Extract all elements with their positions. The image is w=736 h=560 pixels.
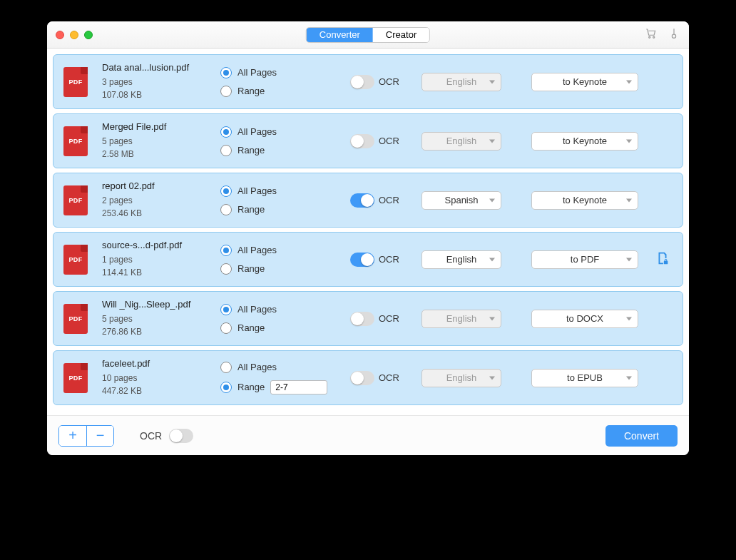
language-select[interactable]: Spanish: [421, 191, 501, 210]
output-format-select[interactable]: to Keynote: [531, 191, 638, 210]
file-pages: 5 pages: [102, 312, 206, 325]
convert-button[interactable]: Convert: [605, 425, 678, 447]
file-name: faceleet.pdf: [102, 358, 206, 369]
language-select[interactable]: English: [421, 250, 501, 269]
remove-file-button[interactable]: −: [86, 426, 113, 446]
add-remove-group: + −: [58, 425, 114, 447]
window-controls: [56, 31, 93, 39]
all-pages-label: All Pages: [237, 245, 277, 255]
zoom-window-button[interactable]: [84, 31, 93, 39]
output-format-select[interactable]: to DOCX: [531, 310, 638, 328]
pdf-file-icon: PDF: [63, 67, 88, 97]
file-pages: 3 pages: [102, 76, 206, 88]
all-pages-label: All Pages: [237, 304, 277, 315]
tab-creator[interactable]: Creator: [373, 28, 429, 42]
file-name: Merged File.pdf: [102, 121, 206, 132]
page-range-group: All Pages Range: [220, 126, 336, 156]
language-select[interactable]: English: [421, 132, 501, 151]
add-file-button[interactable]: +: [59, 426, 86, 446]
global-ocr-toggle[interactable]: [169, 429, 193, 443]
file-size: 107.08 KB: [102, 88, 206, 101]
language-select[interactable]: English: [421, 369, 501, 387]
file-info: report 02.pdf 2 pages 253.46 KB: [102, 180, 206, 220]
ocr-toggle[interactable]: [350, 193, 374, 208]
range-radio[interactable]: [220, 204, 232, 215]
range-label: Range: [237, 204, 265, 215]
range-radio[interactable]: [220, 322, 232, 334]
ocr-toggle[interactable]: [350, 312, 374, 326]
range-label: Range: [237, 145, 265, 156]
file-info: Merged File.pdf 5 pages 2.58 MB: [102, 121, 206, 161]
all-pages-radio[interactable]: [220, 126, 232, 138]
file-row[interactable]: PDF faceleet.pdf 10 pages 447.82 KB All …: [53, 350, 683, 405]
svg-point-0: [649, 36, 650, 38]
all-pages-label: All Pages: [237, 67, 277, 78]
ocr-label: OCR: [379, 195, 399, 205]
page-range-group: All Pages Range: [220, 67, 336, 97]
close-window-button[interactable]: [56, 31, 64, 39]
file-pages: 5 pages: [102, 135, 206, 148]
locked-output-icon[interactable]: [655, 250, 670, 269]
file-size: 2.58 MB: [102, 148, 206, 161]
page-range-group: All Pages Range: [220, 362, 336, 394]
output-format-select[interactable]: to Keynote: [531, 73, 638, 91]
file-size: 114.41 KB: [102, 266, 206, 279]
ocr-toggle[interactable]: [350, 134, 374, 148]
pdf-file-icon: PDF: [63, 304, 88, 334]
file-info: Will _Nig...Sleep_.pdf 5 pages 276.86 KB: [102, 299, 206, 338]
page-range-group: All Pages Range: [220, 245, 336, 275]
range-radio[interactable]: [220, 145, 232, 156]
file-row[interactable]: PDF Will _Nig...Sleep_.pdf 5 pages 276.8…: [53, 291, 683, 346]
ocr-toggle[interactable]: [350, 75, 374, 89]
footer-bar: + − OCR Convert: [47, 415, 689, 455]
file-row[interactable]: PDF Merged File.pdf 5 pages 2.58 MB All …: [53, 113, 683, 168]
ocr-toggle[interactable]: [350, 371, 374, 385]
language-select[interactable]: English: [421, 73, 501, 91]
range-radio[interactable]: [220, 382, 232, 393]
footer-ocr-label: OCR: [140, 430, 162, 442]
file-row[interactable]: PDF report 02.pdf 2 pages 253.46 KB All …: [53, 173, 683, 228]
all-pages-radio[interactable]: [220, 245, 232, 256]
file-info: faceleet.pdf 10 pages 447.82 KB: [102, 358, 206, 397]
ocr-toggle[interactable]: [350, 253, 374, 267]
output-format-select[interactable]: to PDF: [531, 250, 638, 269]
mode-segmented-control: Converter Creator: [306, 27, 430, 43]
svg-point-2: [672, 34, 675, 38]
thermometer-icon[interactable]: [668, 27, 680, 43]
file-size: 276.86 KB: [102, 325, 206, 338]
ocr-label: OCR: [379, 313, 399, 324]
page-range-group: All Pages Range: [220, 304, 336, 334]
range-label: Range: [237, 382, 265, 392]
output-format-select[interactable]: to Keynote: [531, 132, 638, 151]
tab-converter[interactable]: Converter: [307, 28, 373, 42]
all-pages-label: All Pages: [237, 362, 277, 372]
range-radio[interactable]: [220, 263, 232, 275]
all-pages-radio[interactable]: [220, 362, 232, 373]
all-pages-radio[interactable]: [220, 185, 232, 197]
file-pages: 10 pages: [102, 372, 206, 385]
ocr-label: OCR: [379, 254, 399, 265]
app-window: Converter Creator PDF Data anal...lusion…: [47, 21, 689, 455]
output-format-select[interactable]: to EPUB: [531, 369, 638, 387]
file-info: Data anal...lusion.pdf 3 pages 107.08 KB: [102, 62, 206, 101]
file-row[interactable]: PDF source-s...d-pdf.pdf 1 pages 114.41 …: [53, 232, 683, 287]
language-select[interactable]: English: [421, 310, 501, 328]
cart-icon[interactable]: [645, 27, 658, 43]
pdf-file-icon: PDF: [63, 126, 88, 156]
ocr-label: OCR: [379, 372, 399, 383]
ocr-label: OCR: [379, 76, 399, 87]
range-radio[interactable]: [220, 86, 232, 97]
page-range-group: All Pages Range: [220, 185, 336, 215]
file-name: report 02.pdf: [102, 180, 206, 191]
file-size: 253.46 KB: [102, 207, 206, 220]
range-label: Range: [237, 263, 265, 274]
pdf-file-icon: PDF: [63, 185, 88, 215]
range-input[interactable]: [270, 380, 327, 394]
pdf-file-icon: PDF: [63, 363, 88, 393]
file-name: source-s...d-pdf.pdf: [102, 240, 206, 250]
minimize-window-button[interactable]: [70, 31, 78, 39]
file-row[interactable]: PDF Data anal...lusion.pdf 3 pages 107.0…: [53, 54, 683, 109]
ocr-label: OCR: [379, 136, 399, 146]
all-pages-radio[interactable]: [220, 67, 232, 78]
all-pages-radio[interactable]: [220, 304, 232, 315]
